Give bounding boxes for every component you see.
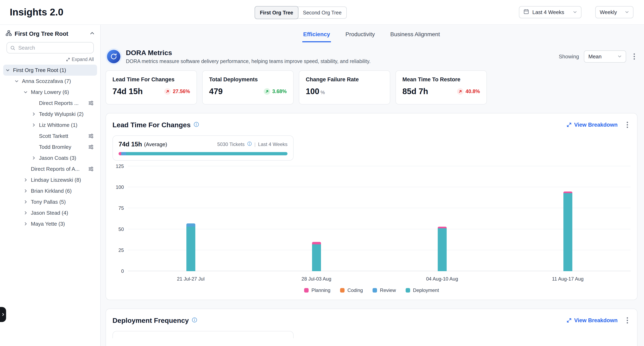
chevron-right-icon [32,123,39,127]
trend-up-icon [164,88,171,95]
tree-item-tony-pallas[interactable]: Tony Pallas (5) [3,196,97,207]
tree-item-label: Teddy Wylupski (2) [39,111,84,117]
tree-item-direct-reports-of-a[interactable]: Direct Reports of A... [3,163,97,175]
lead-time-y-axis: 0255075100125 [112,166,128,271]
info-icon[interactable] [194,121,199,129]
gridline [128,250,630,250]
stacked-bar-4[interactable] [564,166,572,271]
tab-business-alignment[interactable]: Business Alignment [390,26,440,42]
tree-item-label: First Org Tree Root (1) [13,67,66,73]
y-tick-label: 25 [118,247,124,253]
tree-item-direct-reports[interactable]: Direct Reports ... [3,98,97,109]
summary-range: Last 4 Weeks [258,141,288,147]
metric-value: 479 [209,87,223,96]
legend-item-deployment[interactable]: Deployment [406,287,439,293]
top-header: Insights 2.0 First Org Tree Second Org T… [0,0,644,25]
metric-unit: % [320,90,325,95]
legend-item-planning[interactable]: Planning [304,287,330,293]
metric-title: Mean Time To Restore [402,76,480,83]
legend-label: Planning [312,287,330,293]
legend-label: Deployment [413,287,439,293]
app-title: Insights 2.0 [10,7,63,18]
sidebar-search [6,42,94,54]
tree-item-lindsay-liszewski[interactable]: Lindsay Liszewski (8) [3,175,97,186]
summary-average-label: (Average) [144,141,167,148]
tree-item-mary-lowery[interactable]: Mary Lowery (6) [3,87,97,98]
tree-item-label: Jason Coats (3) [39,155,76,161]
tree-item-anna-scozzafava[interactable]: Anna Scozzafava (7) [3,76,97,87]
tab-productivity[interactable]: Productivity [345,26,376,42]
y-tick-label: 0 [121,268,124,274]
chevron-down-icon [24,90,31,94]
filter-icon[interactable] [88,100,94,106]
kebab-menu-icon [626,122,628,128]
tab-efficiency[interactable]: Efficiency [302,26,331,42]
legend-label: Review [380,287,396,293]
chevron-down-icon [6,68,13,72]
view-breakdown-label: View Breakdown [574,317,618,324]
gridline [128,187,630,187]
summary-distribution-bar [118,152,288,155]
granularity-select[interactable]: Weekly [595,6,634,18]
tree-item-teddy-wylupski[interactable]: Teddy Wylupski (2) [3,109,97,119]
metric-value: 74d 15h [112,87,143,96]
y-tick-label: 50 [118,227,124,232]
expand-all-label: Expand All [72,57,94,62]
showing-select[interactable]: Mean [584,50,626,63]
dora-logo-icon [106,48,122,65]
dora-more-options-button[interactable] [631,52,638,61]
view-tabs: Efficiency Productivity Business Alignme… [106,25,638,44]
y-tick-label: 100 [116,184,124,190]
tree-item-first-org-tree-root[interactable]: First Org Tree Root (1) [3,65,97,76]
lead-time-panel: Lead Time For Changes View Breakdown 74d… [106,113,638,300]
panel-title: Deployment Frequency [112,316,189,324]
stacked-bar-3[interactable] [438,166,447,271]
panel-more-options-button[interactable] [624,315,630,325]
search-input[interactable] [6,42,94,54]
filter-icon[interactable] [88,144,94,150]
tree-item-liz-whittome[interactable]: Liz Whittome (1) [3,119,97,130]
legend-item-coding[interactable]: Coding [340,287,363,293]
stacked-bar-2[interactable] [312,166,321,271]
legend-item-review[interactable]: Review [372,287,396,293]
info-icon[interactable] [247,141,252,147]
bar-segment-deployment [186,227,195,271]
dora-metrics-header: DORA Metrics DORA metrics measure softwa… [106,48,638,65]
tree-item-jason-stead[interactable]: Jason Stead (4) [3,207,97,218]
tree-item-jason-coats[interactable]: Jason Coats (3) [3,152,97,163]
card-lead-time-for-changes: Lead Time For Changes 74d 15h 27.56% [106,70,197,104]
info-icon[interactable] [192,316,197,324]
legend-swatch [340,288,344,292]
chevron-right-icon [32,156,39,160]
lead-time-summary-chip: 74d 15h (Average) 5030 Tickets | Last 4 … [112,135,294,160]
panel-more-options-button[interactable] [624,120,630,130]
view-breakdown-link[interactable]: View Breakdown [566,122,618,128]
tree-item-brian-kirkland[interactable]: Brian Kirkland (6) [3,186,97,196]
stacked-bar-1[interactable] [186,166,195,271]
x-tick-label: 28 Jul-03 Aug [302,276,331,282]
tree-item-maya-yette[interactable]: Maya Yette (3) [3,218,97,229]
date-range-value: Last 4 Weeks [532,9,570,16]
summary-tickets: 5030 Tickets [217,141,245,147]
chevron-right-icon [32,112,39,116]
expand-all-icon [66,58,70,62]
view-breakdown-link[interactable]: View Breakdown [566,317,618,324]
granularity-value: Weekly [600,9,622,16]
toggle-second-org-tree[interactable]: Second Org Tree [298,7,346,19]
tree-item-todd-bromley[interactable]: Todd Bromley [3,141,97,152]
tree-item-scott-tarkett[interactable]: Scott Tarkett [3,130,97,141]
trend-up-icon [457,88,464,95]
bar-segment-review [186,223,195,227]
date-range-select[interactable]: Last 4 Weeks [519,6,582,18]
deployment-summary-chip [112,331,294,338]
chevron-down-icon [625,9,629,16]
filter-icon[interactable] [88,166,94,172]
toggle-first-org-tree[interactable]: First Org Tree [254,6,298,19]
collapse-tree-button[interactable] [90,31,94,37]
tree-item-label: Brian Kirkland (6) [31,188,72,194]
summary-bar-segment-planning [118,152,121,155]
legend-swatch [406,288,410,292]
drawer-expand-handle[interactable] [0,307,6,322]
filter-icon[interactable] [88,133,94,139]
expand-all-button[interactable]: Expand All [6,57,94,62]
